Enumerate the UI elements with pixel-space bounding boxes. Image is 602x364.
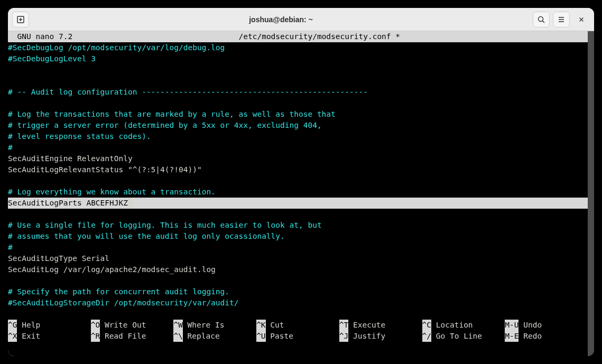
shortcut-label: Execute — [348, 320, 385, 331]
menu-button[interactable] — [553, 12, 570, 27]
shortcut-label: Help — [17, 320, 40, 331]
shortcut-key: ^G — [8, 320, 17, 331]
shortcut-location: ^C Location — [422, 320, 505, 331]
shortcut-label: Exit — [17, 331, 40, 342]
shortcut-label: Write Out — [100, 320, 146, 331]
svg-line-4 — [543, 21, 545, 23]
cursor — [128, 198, 133, 209]
shortcut-gotoline: ^/ Go To Line — [422, 331, 505, 342]
shortcut-key: M-E — [505, 331, 518, 342]
code-line: SecAuditLog /var/log/apache2/modsec_audi… — [8, 264, 588, 275]
shortcut-writeout: ^O Write Out — [91, 320, 174, 331]
shortcut-key: ^K — [256, 320, 265, 331]
code-line: #SecDebugLog /opt/modsecurity/var/log/de… — [8, 42, 588, 53]
shortcut-key: ^O — [91, 320, 100, 331]
shortcut-key: ^U — [256, 331, 265, 342]
shortcut-label: Undo — [518, 320, 542, 331]
code-line: # — [8, 242, 588, 253]
close-button[interactable] — [573, 12, 590, 27]
shortcut-key: ^\ — [173, 331, 182, 342]
code-line: # Log everything we know about a transac… — [8, 186, 588, 198]
shortcut-readfile: ^R Read File — [91, 331, 174, 342]
close-icon — [578, 16, 585, 23]
code-line: SecAuditLogType Serial — [8, 253, 588, 264]
shortcut-justify: ^J Justify — [339, 331, 422, 342]
shortcut-key: ^T — [339, 320, 348, 331]
shortcut-label: Where Is — [183, 320, 225, 331]
code-line: #SecDebugLogLevel 3 — [8, 53, 588, 64]
code-line: SecAuditLogRelevantStatus "^(?:5|4(?!04)… — [8, 164, 588, 175]
blank-line — [8, 309, 588, 320]
shortcut-cut: ^K Cut — [256, 320, 339, 331]
scrollbar-thumb[interactable] — [588, 31, 594, 36]
search-button[interactable] — [533, 12, 550, 27]
shortcut-key: ^X — [8, 331, 17, 342]
plus-icon — [16, 15, 25, 24]
window-title: joshua@debian: ~ — [29, 15, 533, 24]
shortcut-key: M-U — [505, 320, 518, 331]
nano-shortcuts: ^G Help ^O Write Out ^W Where Is ^K Cut … — [8, 320, 588, 342]
code-line: # Log the transactions that are marked b… — [8, 109, 588, 120]
svg-point-3 — [539, 16, 543, 21]
nano-version: GNU nano 7.2 — [8, 32, 72, 41]
shortcut-whereis: ^W Where Is — [173, 320, 256, 331]
code-line: # Use a single file for logging. This is… — [8, 220, 588, 231]
code-line: # trigger a server error (determined by … — [8, 120, 588, 131]
shortcut-label: Go To Line — [431, 331, 482, 342]
terminal-area[interactable]: GNU nano 7.2 /etc/modsecurity/modsecurit… — [8, 31, 594, 356]
shortcut-key: ^/ — [422, 331, 431, 342]
shortcut-replace: ^\ Replace — [173, 331, 256, 342]
shortcut-label: Paste — [266, 331, 293, 342]
shortcut-label: Cut — [266, 320, 284, 331]
shortcut-exit: ^X Exit — [8, 331, 91, 342]
code-line: # — [8, 142, 588, 153]
new-tab-button[interactable] — [12, 12, 29, 27]
blank-line — [8, 175, 588, 186]
shortcut-help: ^G Help — [8, 320, 91, 331]
blank-line — [8, 76, 588, 87]
shortcut-label: Replace — [183, 331, 220, 342]
shortcut-key: ^R — [91, 331, 100, 342]
shortcut-key: ^J — [339, 331, 348, 342]
blank-line — [8, 98, 588, 109]
shortcut-undo: M-U Undo — [505, 320, 588, 331]
blank-line — [8, 275, 588, 286]
blank-line — [8, 64, 588, 76]
shortcut-label: Redo — [518, 331, 542, 342]
hamburger-icon — [557, 15, 566, 24]
shortcut-paste: ^U Paste — [256, 331, 339, 342]
titlebar: joshua@debian: ~ — [8, 8, 594, 31]
code-line: # Specify the path for concurrent audit … — [8, 286, 588, 297]
code-line: SecAuditEngine RelevantOnly — [8, 153, 588, 164]
cursor-line: SecAuditLogParts ABCEFHJKZ — [8, 198, 588, 209]
code-line: #SecAuditLogStorageDir /opt/modsecurity/… — [8, 297, 588, 309]
code-line: # level response status codes). — [8, 131, 588, 142]
shortcut-key: ^W — [173, 320, 182, 331]
terminal-window: joshua@debian: ~ GNU nano 7.2 /etc/modse… — [8, 8, 594, 356]
shortcut-execute: ^T Execute — [339, 320, 422, 331]
shortcut-label: Read File — [100, 331, 146, 342]
scrollbar[interactable] — [588, 31, 594, 356]
blank-line — [8, 209, 588, 220]
code-text: SecAuditLogParts ABCEFHJKZ — [8, 199, 128, 207]
nano-filename: /etc/modsecurity/modsecurity.conf * — [239, 32, 401, 41]
nano-header: GNU nano 7.2 /etc/modsecurity/modsecurit… — [8, 31, 588, 42]
search-icon — [537, 15, 545, 24]
code-line: # assumes that you will use the audit lo… — [8, 231, 588, 242]
shortcut-label: Justify — [348, 331, 385, 342]
shortcut-label: Location — [431, 320, 473, 331]
terminal-content: GNU nano 7.2 /etc/modsecurity/modsecurit… — [8, 31, 588, 356]
shortcut-redo: M-E Redo — [505, 331, 588, 342]
shortcut-key: ^C — [422, 320, 431, 331]
code-line: # -- Audit log configuration -----------… — [8, 87, 588, 98]
